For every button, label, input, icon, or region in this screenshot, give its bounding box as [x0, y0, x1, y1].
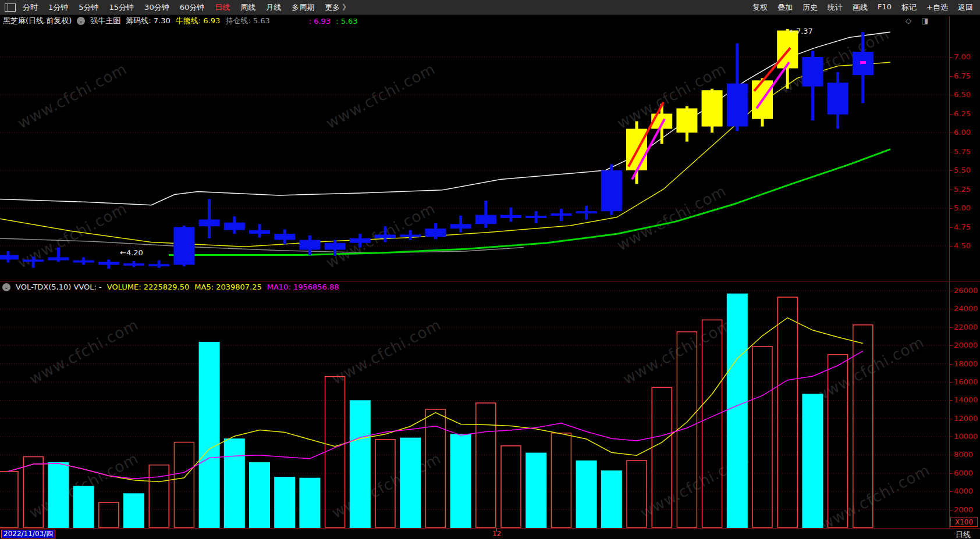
candle[interactable]	[23, 256, 44, 268]
panel-toggle-icon[interactable]	[5, 3, 16, 12]
menu-item-period-1[interactable]: 1分钟	[48, 2, 68, 13]
volume-bar[interactable]	[627, 461, 647, 527]
menu-item-period-6[interactable]: 日线	[215, 2, 230, 13]
axis-tick	[949, 400, 953, 401]
volume-bar[interactable]	[576, 461, 597, 528]
candle[interactable]	[350, 234, 371, 247]
candle[interactable]	[48, 248, 69, 262]
volume-bar[interactable]	[350, 400, 371, 528]
menu-item-tool-2[interactable]: 历史	[803, 2, 818, 13]
volume-bar[interactable]	[99, 502, 119, 527]
menu-item-period-3[interactable]: 15分钟	[109, 2, 134, 13]
candle[interactable]	[500, 208, 521, 222]
vol-collapse-icon[interactable]: ⌄	[2, 283, 10, 291]
menu-item-tool-3[interactable]: 统计	[828, 2, 843, 13]
candle[interactable]	[299, 235, 320, 255]
menu-item-period-2[interactable]: 5分钟	[79, 2, 98, 13]
menu-item-tool-5[interactable]: F10	[878, 2, 892, 13]
candle[interactable]	[73, 258, 94, 265]
candle[interactable]	[828, 72, 848, 129]
volume-bar[interactable]	[525, 453, 546, 528]
vol-indicator-name: VOL-TDX(5,10) VVOL: -	[16, 283, 102, 291]
candle[interactable]	[676, 106, 697, 142]
volume-bar[interactable]	[0, 472, 18, 527]
volume-bar[interactable]	[325, 377, 345, 527]
volume-bar[interactable]	[551, 433, 571, 527]
volume-axis-label: 26000	[954, 286, 978, 295]
candle[interactable]	[450, 216, 471, 233]
menu-item-tool-0[interactable]: 复权	[752, 2, 768, 13]
volume-bar[interactable]	[299, 478, 320, 528]
volume-bar[interactable]	[828, 355, 848, 527]
candle[interactable]	[173, 226, 194, 266]
menu-item-tool-8[interactable]: 返回	[958, 2, 973, 13]
price-axis-label: 6.00	[954, 128, 971, 137]
menu-item-period-5[interactable]: 60分钟	[180, 2, 205, 13]
volume-bar[interactable]	[199, 342, 220, 528]
period-label[interactable]: 日线	[956, 530, 971, 539]
menu-item-period-9[interactable]: 多周期	[292, 2, 314, 13]
menu-item-period-0[interactable]: 分时	[23, 2, 38, 13]
candle[interactable]	[274, 229, 295, 244]
volume-bar[interactable]	[727, 294, 748, 528]
volume-bar[interactable]	[123, 493, 144, 528]
indicator-collapse-icon[interactable]: ⌄	[77, 17, 85, 25]
axis-tick	[949, 291, 953, 291]
volume-bar[interactable]	[677, 332, 697, 527]
candle[interactable]	[525, 211, 546, 223]
volume-bar[interactable]	[149, 465, 169, 527]
candle[interactable]	[123, 261, 144, 267]
volume-bar[interactable]	[375, 440, 395, 527]
menu-item-period-4[interactable]: 30分钟	[144, 2, 169, 13]
candle[interactable]	[601, 165, 622, 215]
volume-bar[interactable]	[274, 477, 295, 528]
volume-bar[interactable]	[476, 403, 496, 527]
menu-item-period-10[interactable]: 更多 》	[325, 2, 350, 13]
menu-item-tool-7[interactable]: +自选	[926, 2, 948, 13]
candle[interactable]	[199, 199, 220, 238]
axis-tick	[949, 327, 953, 328]
volume-bar[interactable]	[777, 297, 797, 527]
price-axis: 7.006.756.506.256.005.755.505.255.004.75…	[949, 27, 980, 281]
volume-bar[interactable]	[501, 446, 521, 527]
candle[interactable]	[853, 32, 874, 103]
menu-item-period-8[interactable]: 月线	[266, 2, 281, 13]
pane-separator[interactable]	[0, 281, 980, 281]
candle[interactable]	[98, 259, 119, 269]
candle[interactable]	[475, 201, 496, 228]
volume-bar[interactable]	[601, 470, 622, 528]
candle[interactable]	[224, 216, 245, 234]
candle[interactable]	[425, 223, 446, 239]
volume-chart-canvas[interactable]	[0, 281, 949, 528]
volume-bar[interactable]	[652, 387, 672, 527]
candle[interactable]	[375, 226, 396, 242]
split-view-icon[interactable]: ◨	[921, 16, 928, 25]
candle[interactable]	[400, 230, 421, 240]
volume-bar[interactable]	[752, 347, 772, 527]
volume-bar[interactable]	[702, 320, 722, 527]
candle[interactable]	[702, 89, 723, 133]
menu-item-tool-4[interactable]: 画线	[853, 2, 868, 13]
menu-item-period-7[interactable]: 周线	[240, 2, 255, 13]
volume-bar[interactable]	[249, 462, 270, 528]
price-axis-label: 5.50	[954, 166, 971, 174]
price-chart-canvas[interactable]: ←4.20←7.37	[0, 27, 949, 281]
diamond-icon[interactable]: ◇	[906, 16, 911, 25]
volume-bar[interactable]	[23, 457, 43, 527]
candle[interactable]	[752, 78, 773, 126]
volume-bar[interactable]	[400, 438, 421, 528]
volume-bar[interactable]	[224, 438, 245, 528]
candle[interactable]	[802, 51, 823, 121]
candle[interactable]	[148, 260, 169, 268]
candle[interactable]	[249, 224, 270, 237]
menu-item-tool-1[interactable]: 叠加	[777, 2, 793, 13]
volume-bar[interactable]	[73, 486, 94, 528]
candle[interactable]	[551, 209, 571, 221]
latest-chicang-value: : 5.63	[336, 17, 357, 26]
volume-bar[interactable]	[450, 434, 471, 528]
volume-bar[interactable]	[802, 394, 823, 528]
candle[interactable]	[727, 44, 748, 131]
candle[interactable]	[0, 251, 19, 263]
volume-bar[interactable]	[48, 462, 69, 528]
menu-item-tool-6[interactable]: 标记	[901, 2, 917, 13]
